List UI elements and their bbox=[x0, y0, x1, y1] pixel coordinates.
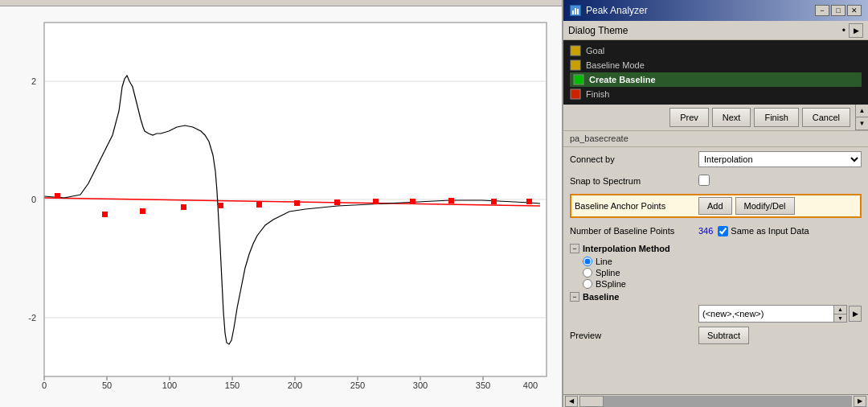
baseline-collapse[interactable]: − bbox=[570, 292, 579, 302]
same-as-input-label: Same as Input Data bbox=[718, 226, 809, 236]
scroll-down-arrow[interactable]: ▼ bbox=[856, 117, 868, 130]
step-goal[interactable]: Goal bbox=[570, 43, 862, 58]
finish-nav-button[interactable]: Finish bbox=[754, 108, 798, 127]
title-text: Peak Analyzer bbox=[586, 5, 648, 16]
interpolation-method-options: Line Spline BSpline bbox=[583, 257, 862, 289]
step-baseline-mode-icon bbox=[570, 60, 581, 71]
connect-by-select[interactable]: Interpolation Spline BSpline bbox=[698, 151, 862, 167]
subtract-button[interactable]: Subtract bbox=[698, 327, 749, 344]
nav-buttons-row: Prev Next Finish Cancel ▲ ▼ bbox=[563, 105, 868, 131]
radio-bspline-label: BSpline bbox=[596, 279, 626, 289]
svg-rect-30 bbox=[526, 199, 532, 204]
chart-svg: 2 0 -2 0 50 100 150 200 250 300 350 400 bbox=[0, 6, 563, 407]
snap-to-spectrum-control bbox=[698, 175, 862, 188]
minimize-button[interactable]: − bbox=[815, 5, 829, 16]
svg-text:250: 250 bbox=[350, 380, 365, 390]
step-finish-label: Finish bbox=[586, 89, 609, 99]
dialog-theme-arrow-button[interactable]: ▶ bbox=[849, 23, 863, 38]
radio-bspline-row: BSpline bbox=[583, 279, 862, 289]
same-as-input-checkbox[interactable] bbox=[718, 226, 728, 236]
svg-rect-27 bbox=[410, 199, 416, 204]
baseline-extra-button[interactable]: ▶ bbox=[849, 306, 862, 322]
svg-text:300: 300 bbox=[413, 380, 428, 390]
peak-analyzer-panel: Peak Analyzer − □ ✕ Dialog Theme • ▶ Goa… bbox=[563, 0, 868, 407]
svg-text:0: 0 bbox=[42, 380, 47, 390]
next-button[interactable]: Next bbox=[712, 108, 751, 127]
radio-spline[interactable] bbox=[583, 268, 592, 278]
side-arrows: ▲ ▼ bbox=[855, 105, 868, 130]
svg-rect-26 bbox=[373, 199, 379, 204]
baseline-anchor-points-row: Baseline Anchor Points Add Modify/Del bbox=[570, 194, 862, 218]
scroll-up-arrow[interactable]: ▲ bbox=[856, 105, 868, 117]
step-create-baseline-label: Create Baseline bbox=[589, 75, 656, 84]
bottom-scrollbar: ◀ ▶ bbox=[563, 394, 868, 407]
preview-label: Preview bbox=[570, 331, 698, 340]
step-create-baseline-icon bbox=[573, 74, 584, 85]
baseline-anchor-points-label: Baseline Anchor Points bbox=[575, 201, 698, 211]
radio-line-row: Line bbox=[583, 257, 862, 266]
dialog-theme-row: Dialog Theme • ▶ bbox=[563, 21, 868, 40]
svg-rect-40 bbox=[572, 10, 574, 14]
preview-row: Preview Subtract bbox=[570, 327, 862, 344]
add-anchor-button[interactable]: Add bbox=[698, 197, 732, 215]
snap-to-spectrum-row: Snap to Spectrum bbox=[570, 172, 862, 190]
dialog-theme-right: • ▶ bbox=[842, 23, 863, 38]
baseline-input-row: ▲ ▼ ▶ bbox=[570, 305, 862, 323]
baseline-section-label: Baseline bbox=[583, 292, 619, 302]
baseline-mini-buttons: ▲ ▼ bbox=[833, 306, 846, 322]
title-bar: Peak Analyzer − □ ✕ bbox=[563, 0, 868, 21]
radio-line[interactable] bbox=[583, 257, 592, 266]
dialog-theme-value: • bbox=[842, 25, 845, 36]
interpolation-method-collapse[interactable]: − bbox=[570, 244, 579, 253]
num-baseline-points-row: Number of Baseline Points 346 Same as In… bbox=[570, 222, 862, 240]
prev-button[interactable]: Prev bbox=[669, 108, 709, 127]
radio-bspline[interactable] bbox=[583, 279, 592, 289]
svg-text:150: 150 bbox=[225, 380, 240, 390]
svg-rect-45 bbox=[574, 75, 583, 84]
baseline-section-header: − Baseline bbox=[570, 292, 862, 302]
peak-analyzer-icon bbox=[570, 5, 581, 16]
baseline-down-button[interactable]: ▼ bbox=[834, 314, 846, 323]
baseline-up-button[interactable]: ▲ bbox=[834, 306, 846, 314]
svg-rect-44 bbox=[571, 60, 580, 70]
title-controls: − □ ✕ bbox=[815, 5, 862, 16]
svg-rect-46 bbox=[571, 89, 580, 99]
form-fields: Connect by Interpolation Spline BSpline … bbox=[563, 147, 868, 394]
step-finish[interactable]: Finish bbox=[570, 87, 862, 101]
connect-by-row: Connect by Interpolation Spline BSpline bbox=[570, 150, 862, 168]
scroll-right-button[interactable]: ▶ bbox=[854, 396, 866, 407]
snap-to-spectrum-checkbox[interactable] bbox=[698, 175, 710, 186]
step-baseline-mode[interactable]: Baseline Mode bbox=[570, 58, 862, 72]
scroll-left-button[interactable]: ◀ bbox=[565, 396, 578, 407]
svg-rect-23 bbox=[256, 202, 262, 208]
baseline-input[interactable] bbox=[699, 306, 833, 322]
step-baseline-mode-label: Baseline Mode bbox=[586, 60, 645, 70]
svg-text:2: 2 bbox=[31, 76, 36, 86]
cancel-button[interactable]: Cancel bbox=[802, 108, 850, 127]
svg-text:0: 0 bbox=[31, 195, 36, 204]
scroll-thumb[interactable] bbox=[579, 396, 604, 407]
svg-rect-29 bbox=[491, 199, 497, 204]
svg-rect-25 bbox=[334, 199, 340, 205]
same-as-input-text: Same as Input Data bbox=[731, 226, 809, 236]
svg-rect-22 bbox=[218, 203, 223, 208]
chart-top-bar bbox=[0, 0, 562, 6]
connect-by-label: Connect by bbox=[570, 154, 698, 164]
dialog-theme-label: Dialog Theme bbox=[568, 25, 628, 36]
close-button[interactable]: ✕ bbox=[847, 5, 862, 16]
svg-rect-41 bbox=[575, 8, 576, 14]
baseline-input-wrap: ▲ ▼ bbox=[698, 305, 847, 323]
svg-text:100: 100 bbox=[162, 380, 177, 390]
interpolation-method-label: Interpolation Method bbox=[583, 244, 670, 253]
svg-text:-2: -2 bbox=[28, 313, 36, 323]
maximize-button[interactable]: □ bbox=[831, 5, 845, 16]
svg-rect-19 bbox=[102, 212, 108, 217]
svg-text:50: 50 bbox=[102, 380, 112, 390]
svg-rect-18 bbox=[55, 193, 60, 199]
step-create-baseline[interactable]: Create Baseline bbox=[570, 72, 862, 87]
num-baseline-points-label: Number of Baseline Points bbox=[570, 226, 698, 236]
num-baseline-points-value: 346 bbox=[698, 226, 713, 236]
svg-rect-28 bbox=[448, 198, 454, 204]
modify-del-button[interactable]: Modify/Del bbox=[735, 197, 795, 215]
step-goal-icon bbox=[570, 45, 581, 56]
